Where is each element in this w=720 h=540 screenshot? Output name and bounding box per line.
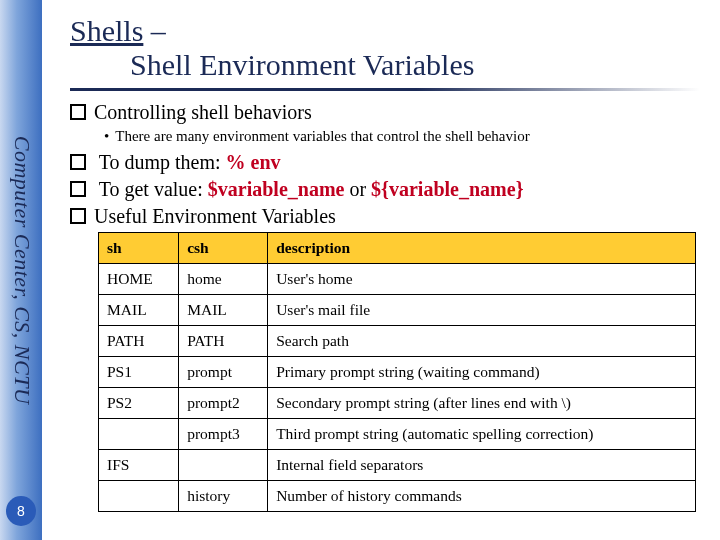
table-row: prompt3Third prompt string (automatic sp… [99,419,696,450]
table-row: PATHPATHSearch path [99,326,696,357]
table-row: MAILMAILUser's mail file [99,295,696,326]
col-csh: csh [179,233,268,264]
cell: IFS [99,450,179,481]
bullet-get-value: To get value: $variable_name or ${variab… [70,178,700,201]
sidebar-label: Computer Center, CS, NCTU [9,8,35,532]
table-row: HOMEhomeUser's home [99,264,696,295]
cell: PATH [99,326,179,357]
bullet-get-mid: or [344,178,371,200]
cell: User's mail file [268,295,696,326]
bullet-dump-text: To dump them: [99,151,226,173]
cell: Number of history commands [268,481,696,512]
content-area: Shells – Shell Environment Variables Con… [70,14,700,512]
bullet-dump: To dump them: % env [70,151,700,174]
title-rest: – [143,14,166,47]
cell: Internal field separators [268,450,696,481]
title-underlined: Shells [70,14,143,47]
col-desc: description [268,233,696,264]
cell: prompt2 [179,388,268,419]
cell: prompt [179,357,268,388]
cell: User's home [268,264,696,295]
cell: home [179,264,268,295]
bullet-get-pre: To get value: [99,178,208,200]
cmd-var2: ${variable_name} [371,178,523,200]
cell: Search path [268,326,696,357]
slide: Computer Center, CS, NCTU 8 Shells – She… [0,0,720,540]
title-line-2: Shell Environment Variables [130,48,700,82]
cell: HOME [99,264,179,295]
cell: MAIL [179,295,268,326]
cell [99,419,179,450]
cell: Third prompt string (automatic spelling … [268,419,696,450]
title-line-1: Shells – [70,14,700,48]
sub-bullet: There are many environment variables tha… [104,128,700,145]
cell: Primary prompt string (waiting command) [268,357,696,388]
bullet-controlling: Controlling shell behaviors [70,101,700,124]
table-row: historyNumber of history commands [99,481,696,512]
cell: PATH [179,326,268,357]
bullet-useful: Useful Environment Variables [70,205,700,228]
cell: PS2 [99,388,179,419]
cell: history [179,481,268,512]
title-rule [70,88,700,91]
cell [179,450,268,481]
cmd-var1: $variable_name [208,178,345,200]
cell [99,481,179,512]
page-number-badge: 8 [6,496,36,526]
table-row: PS1promptPrimary prompt string (waiting … [99,357,696,388]
table-row: IFSInternal field separators [99,450,696,481]
cell: PS1 [99,357,179,388]
cell: MAIL [99,295,179,326]
table-header-row: sh csh description [99,233,696,264]
col-sh: sh [99,233,179,264]
table-row: PS2prompt2Secondary prompt string (after… [99,388,696,419]
cell: Secondary prompt string (after lines end… [268,388,696,419]
cell: prompt3 [179,419,268,450]
cmd-env: % env [226,151,281,173]
env-var-table: sh csh description HOMEhomeUser's home M… [98,232,696,512]
